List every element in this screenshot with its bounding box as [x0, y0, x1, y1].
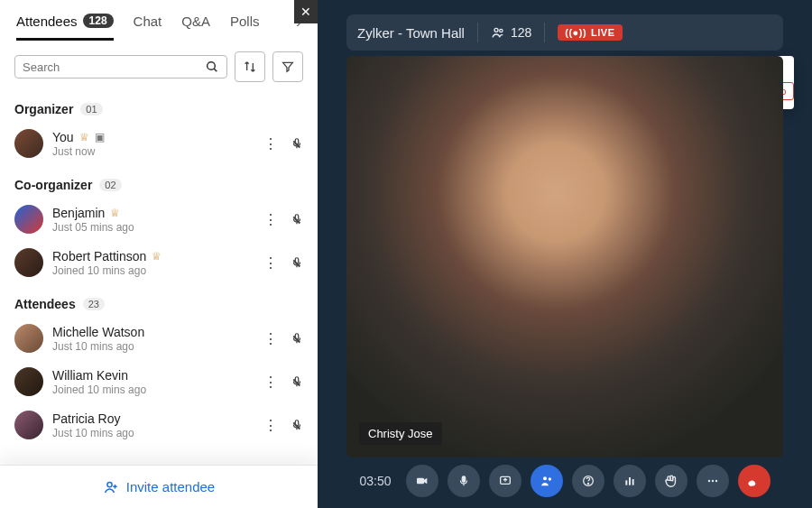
presenter-icon: ▣ [95, 131, 105, 143]
separator [544, 23, 545, 42]
attendee-sub: Just 05 mins ago [52, 221, 254, 234]
section-attendees: Attendees 23 [14, 297, 303, 311]
attendee-row: Robert Pattinson ♕ Joined 10 mins ago ⋮ [14, 241, 303, 284]
section-organizer: Organizer 01 [14, 102, 303, 116]
attendee-sub: Joined 10 mins ago [52, 264, 254, 277]
svg-point-16 [543, 476, 547, 480]
avatar [14, 411, 43, 439]
search-input-wrap[interactable] [14, 55, 227, 79]
mic-muted-icon[interactable] [291, 212, 303, 226]
svg-rect-14 [462, 476, 466, 482]
section-count: 23 [83, 298, 105, 310]
more-button[interactable] [697, 465, 729, 497]
attendee-row: Michelle Watson Just 10 mins ago ⋮ [14, 317, 303, 360]
reactions-button[interactable] [655, 465, 687, 497]
attendee-count[interactable]: 128 [491, 25, 531, 40]
search-input[interactable] [23, 60, 205, 74]
svg-rect-21 [629, 477, 631, 485]
avatar [14, 129, 43, 158]
elapsed-time: 03:50 [359, 474, 391, 488]
svg-rect-4 [295, 258, 299, 263]
invite-attendee-button[interactable]: Invite attendee [0, 465, 318, 508]
mic-muted-icon[interactable] [291, 255, 303, 270]
attendee-name: Robert Pattinson [52, 249, 146, 263]
svg-rect-3 [295, 215, 299, 220]
section-title: Organizer [14, 102, 73, 116]
search-icon [205, 60, 219, 74]
speaker-nametag: Christy Jose [359, 422, 442, 445]
more-icon[interactable]: ⋮ [263, 374, 278, 391]
sidebar-tabs: Attendees 128 Chat Q&A Polls › [0, 0, 318, 41]
more-icon[interactable]: ⋮ [263, 254, 278, 272]
avatar [14, 324, 43, 353]
count-value: 128 [511, 25, 531, 40]
svg-point-23 [707, 480, 709, 482]
svg-point-9 [494, 28, 498, 32]
attendee-sub: Just now [52, 145, 254, 158]
svg-rect-6 [295, 377, 299, 383]
attendee-name: Benjamin [52, 206, 105, 220]
crown-icon: ♕ [79, 131, 89, 143]
meeting-topbar: Zylker - Town Hall 128 ((●)) LIVE [346, 14, 783, 51]
attendee-row: William Kevin Joined 10 mins ago ⋮ [14, 360, 303, 403]
mic-muted-icon[interactable] [291, 374, 303, 389]
attendee-row: You ♕ ▣ Just now ⋮ [14, 122, 303, 165]
more-icon[interactable]: ⋮ [263, 330, 278, 347]
avatar [14, 205, 43, 234]
more-icon[interactable]: ⋮ [263, 417, 278, 434]
mic-button[interactable] [448, 465, 480, 497]
tab-attendees[interactable]: Attendees 128 [16, 14, 114, 41]
section-title: Attendees [14, 297, 76, 311]
qa-button[interactable] [572, 465, 604, 497]
avatar [14, 367, 43, 396]
polls-button[interactable] [614, 465, 646, 497]
tab-qa[interactable]: Q&A [181, 14, 210, 41]
attendee-name: Patricia Roy [52, 411, 120, 426]
attendee-row: Patricia Roy Just 10 mins ago ⋮ [14, 403, 303, 447]
separator [477, 23, 478, 42]
svg-point-0 [208, 62, 216, 70]
mic-muted-icon[interactable] [291, 331, 303, 346]
camera-button[interactable] [406, 465, 438, 497]
tab-polls[interactable]: Polls [230, 14, 260, 41]
tab-label: Attendees [16, 14, 78, 29]
section-count: 01 [80, 103, 102, 115]
more-icon[interactable]: ⋮ [263, 211, 278, 228]
svg-point-8 [107, 482, 112, 486]
broadcast-icon: ((●)) [565, 27, 586, 38]
crown-icon: ♕ [110, 207, 120, 219]
avatar [14, 248, 43, 277]
svg-point-25 [715, 480, 716, 482]
mic-muted-icon[interactable] [291, 418, 303, 432]
svg-rect-13 [417, 478, 424, 485]
add-user-icon [103, 479, 119, 495]
svg-point-19 [587, 483, 588, 484]
participants-button[interactable] [531, 465, 563, 497]
active-speaker-video: Christy Jose [346, 56, 783, 457]
crown-icon: ♕ [152, 250, 161, 263]
attendee-name: William Kevin [52, 368, 128, 383]
invite-label: Invite attendee [126, 479, 215, 494]
close-icon[interactable]: ✕ [294, 0, 318, 23]
section-count: 02 [99, 179, 121, 191]
attendee-name: You [52, 130, 74, 144]
attendee-name: Michelle Watson [52, 325, 144, 339]
live-badge[interactable]: ((●)) LIVE [558, 24, 622, 41]
svg-point-24 [711, 480, 713, 482]
people-icon [491, 25, 505, 40]
attendee-row: Benjamin ♕ Just 05 mins ago ⋮ [14, 198, 303, 241]
sort-button[interactable] [235, 51, 265, 82]
share-screen-button[interactable] [489, 465, 521, 497]
meeting-title: Zylker - Town Hall [357, 25, 465, 41]
attendees-panel: ✕ Attendees 128 Chat Q&A Polls › [0, 0, 318, 508]
svg-rect-5 [295, 334, 299, 339]
svg-rect-20 [625, 480, 627, 485]
attendee-sub: Just 10 mins ago [52, 427, 254, 439]
tab-chat[interactable]: Chat [134, 14, 162, 41]
mic-muted-icon[interactable] [291, 136, 303, 151]
section-title: Co-organizer [14, 178, 92, 192]
filter-button[interactable] [272, 51, 303, 82]
end-call-button[interactable] [738, 465, 770, 497]
more-icon[interactable]: ⋮ [263, 135, 278, 152]
meeting-controls: 03:50 [318, 461, 812, 501]
